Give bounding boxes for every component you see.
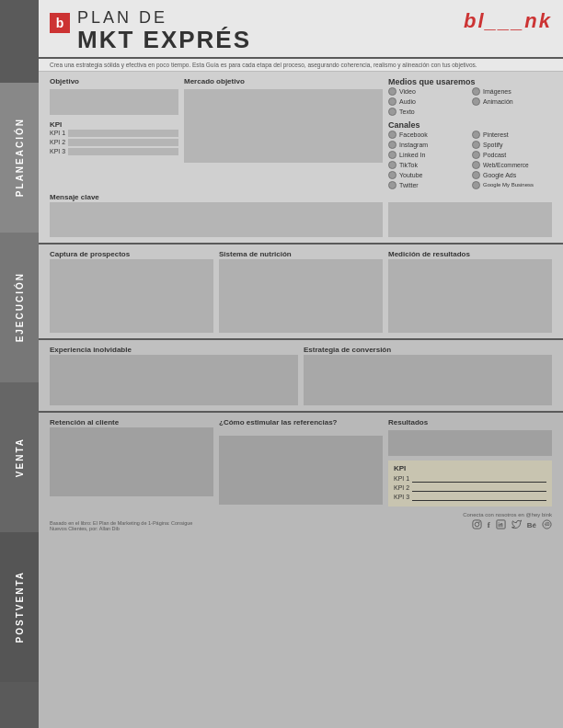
experiencia-input[interactable] — [50, 355, 298, 405]
kpi-result3-label: KPI 3 — [394, 494, 409, 500]
svg-rect-0 — [473, 520, 481, 529]
section-planeacion: Objetivo KPI KPI 1 KPI 2 — [39, 72, 563, 245]
kpi2-label: KPI 2 — [50, 139, 65, 145]
tab-planeacion[interactable]: PLANEACIÓN — [0, 83, 39, 233]
linkedin-icon[interactable] — [496, 519, 506, 531]
kpi1-label: KPI 1 — [50, 130, 65, 136]
resultados-input[interactable] — [388, 430, 552, 456]
canal-facebook-check[interactable] — [388, 131, 396, 139]
canal-linkedin[interactable]: Linked In — [388, 151, 468, 159]
canal-twitter-check[interactable] — [388, 181, 396, 189]
canal-facebook[interactable]: Facebook — [388, 131, 468, 139]
tab-venta[interactable]: VENTA — [0, 382, 39, 532]
header: b PLAN DE MKT EXPRÉS bl___nk — [39, 0, 563, 59]
footer: Basado en el libro: El Plan de Marketing… — [50, 512, 552, 531]
referencias-input[interactable] — [219, 436, 383, 505]
objetivo-input[interactable] — [50, 89, 178, 115]
medios-audio[interactable]: Audio — [388, 97, 468, 106]
canal-podcast-check[interactable] — [472, 151, 480, 159]
instagram-icon[interactable] — [472, 519, 482, 531]
medios-imagenes[interactable]: Imágenes — [472, 87, 552, 96]
canal-pinterest-check[interactable] — [472, 131, 480, 139]
nutricion-col: Sistema de nutrición — [219, 250, 383, 333]
tab-ejecucion[interactable]: EJECUCIÓN — [0, 233, 39, 382]
medios-imagenes-check[interactable] — [472, 87, 480, 96]
kpi-result2-label: KPI 2 — [394, 484, 409, 491]
kpi-result3-input[interactable] — [412, 494, 546, 501]
captura-label: Captura de prospectos — [50, 250, 213, 258]
medios-audio-check[interactable] — [388, 97, 396, 106]
kpi-result2-row: KPI 2 — [394, 484, 546, 492]
canal-tiktok-check[interactable] — [388, 161, 396, 169]
medios-texto-check[interactable] — [388, 108, 396, 116]
venta-grid: Experiencia inolvidable Estrategia de co… — [50, 346, 552, 405]
medios-texto[interactable]: Texto — [388, 108, 468, 116]
kpi-result2-input[interactable] — [412, 484, 546, 492]
canal-twitter[interactable]: Twitter — [388, 181, 468, 189]
medicion-input[interactable] — [388, 259, 552, 333]
social-icons: f — [472, 519, 552, 531]
nutricion-input[interactable] — [219, 259, 383, 333]
canal-googleads[interactable]: Google Ads — [472, 171, 552, 179]
canal-podcast[interactable]: Podcast — [472, 151, 552, 159]
medios-grid: Video Audio Texto — [388, 87, 552, 116]
kpi3-row: KPI 3 — [50, 148, 178, 155]
conversion-col: Estrategia de conversión — [304, 346, 552, 405]
canal-instagram[interactable]: Instagram — [388, 141, 468, 149]
tab-postventa[interactable]: POSTVENTA — [0, 532, 39, 682]
section-venta: Experiencia inolvidable Estrategia de co… — [39, 340, 563, 413]
spotify-icon[interactable] — [542, 519, 552, 531]
footer-connect: Conecta con nosotros en @hey bink — [463, 512, 552, 518]
canal-webecommerce-check[interactable] — [472, 161, 480, 169]
kpi-result1-input[interactable] — [412, 475, 546, 483]
captura-col: Captura de prospectos — [50, 250, 213, 333]
canal-webecommerce[interactable]: Web/Ecommerce — [472, 161, 552, 169]
captura-input[interactable] — [50, 259, 213, 333]
canal-spotify-check[interactable] — [472, 141, 480, 149]
kpi-result3-row: KPI 3 — [394, 494, 546, 501]
kpi-result1-row: KPI 1 — [394, 475, 546, 483]
resultados-label: Resultados — [388, 418, 552, 427]
kpi3-input[interactable] — [68, 148, 178, 155]
kpi2-input[interactable] — [68, 139, 178, 146]
behance-icon[interactable]: Bé — [527, 521, 536, 529]
page: PLANEACIÓN EJECUCIÓN VENTA POSTVENTA b P… — [0, 0, 563, 728]
facebook-icon[interactable]: f — [488, 520, 490, 529]
medicion-col: Medición de resultados — [388, 250, 552, 333]
referencias-label: ¿Cómo estimular las referencias? — [219, 418, 383, 435]
medios-video[interactable]: Video — [388, 87, 468, 96]
resultados-col: Resultados KPI KPI 1 KPI 2 — [388, 418, 552, 506]
canal-spotify[interactable]: Spotify — [472, 141, 552, 149]
logo-b: b — [50, 13, 70, 33]
kpi1-input[interactable] — [68, 130, 178, 137]
title-plan: PLAN DE — [77, 9, 251, 28]
conversion-input[interactable] — [304, 355, 552, 405]
canal-instagram-check[interactable] — [388, 141, 396, 149]
canal-youtube[interactable]: Youtube — [388, 171, 468, 179]
mensaje-right[interactable] — [388, 202, 552, 237]
medios-title: Medios que usaremos — [388, 77, 552, 86]
kpi-result1-label: KPI 1 — [394, 475, 409, 482]
header-left: b PLAN DE MKT EXPRÉS — [50, 9, 251, 51]
canal-googlemybusiness[interactable]: Google My Business — [472, 181, 552, 189]
canal-googleads-check[interactable] — [472, 171, 480, 179]
canal-googlemybusiness-check[interactable] — [472, 181, 480, 189]
medios-animacion[interactable]: Animación — [472, 97, 552, 106]
canal-linkedin-check[interactable] — [388, 151, 396, 159]
canal-youtube-check[interactable] — [388, 171, 396, 179]
kpi3-label: KPI 3 — [50, 148, 65, 154]
canal-pinterest[interactable]: Pinterest — [472, 131, 552, 139]
mensaje-input[interactable] — [50, 202, 383, 237]
main-content: b PLAN DE MKT EXPRÉS bl___nk Crea una es… — [39, 0, 563, 728]
mercado-input[interactable] — [184, 89, 383, 163]
twitter-icon[interactable] — [511, 519, 522, 531]
referencias-col: ¿Cómo estimular las referencias? — [219, 418, 383, 505]
kpi2-row: KPI 2 — [50, 139, 178, 146]
medios-video-check[interactable] — [388, 87, 396, 96]
medios-animacion-check[interactable] — [472, 97, 480, 106]
retencion-input[interactable] — [50, 427, 213, 496]
section-postventa: Retención al cliente ¿Cómo estimular las… — [39, 413, 563, 728]
footer-text2: Nuevos Clientes, por: Allan Dib — [50, 526, 192, 531]
canal-tiktok[interactable]: TikTok — [388, 161, 468, 169]
objetivo-label: Objetivo — [50, 77, 178, 85]
